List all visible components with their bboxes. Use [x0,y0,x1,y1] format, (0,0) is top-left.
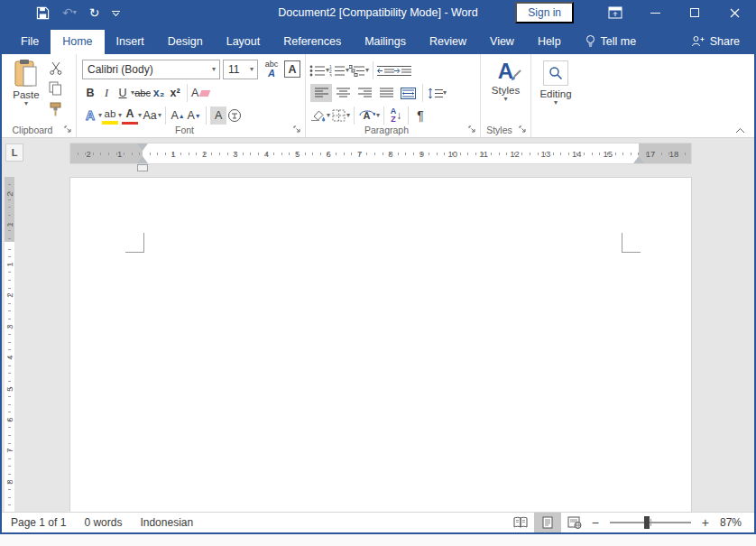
horizontal-ruler[interactable]: 21 123456789101112131415 1718 [69,143,692,164]
ruler-left-margin: 21 [70,143,143,163]
tab-mailings[interactable]: Mailings [353,30,418,54]
line-spacing-dropdown-arrow[interactable]: ▾ [443,89,447,97]
borders-icon[interactable] [330,106,346,125]
tab-view[interactable]: View [478,30,526,54]
line-spacing-icon[interactable] [427,84,443,102]
font-color-button[interactable]: A [122,106,138,125]
first-line-indent-marker[interactable] [137,143,148,151]
show-hide-pilcrow-button[interactable]: ¶ [412,106,429,125]
italic-button[interactable]: I [98,84,115,102]
redo-icon[interactable]: ↻ [89,6,100,19]
close-button[interactable] [715,0,754,25]
bold-button[interactable]: B [82,84,98,102]
tab-file[interactable]: File [9,30,51,54]
share-button[interactable]: Share [686,30,745,54]
multilevel-list-icon[interactable] [349,61,365,79]
numbering-icon[interactable]: 123 [329,61,346,79]
font-name-combobox[interactable]: Calibri (Body) ▾ [82,60,220,79]
font-size-combobox[interactable]: 11 ▾ [223,60,258,79]
language-indicator[interactable]: Indonesian [131,516,202,529]
text-effects-button[interactable]: A [82,106,98,125]
word-count[interactable]: 0 words [75,516,131,529]
left-indent-marker[interactable] [137,164,148,171]
superscript-button[interactable]: x² [167,84,183,102]
web-layout-icon[interactable] [561,513,588,532]
read-mode-icon[interactable] [507,513,534,532]
zoom-slider-handle[interactable] [644,516,650,529]
sign-in-button[interactable]: Sign in [515,2,574,23]
bullets-icon[interactable] [309,61,326,79]
highlight-color-button[interactable]: ab [102,106,118,125]
asian-layout-dropdown-arrow[interactable]: ▾ [376,112,380,119]
change-case-button[interactable]: Aa [142,106,158,125]
decrease-indent-icon[interactable] [377,61,394,79]
distribute-button[interactable] [397,84,419,102]
zoom-level[interactable]: 87% [713,516,754,529]
zoom-in-button[interactable]: + [698,515,713,530]
copy-icon[interactable] [49,81,63,96]
subscript-button[interactable]: x₂ [151,84,167,102]
undo-icon[interactable]: ↶▾ [62,6,77,19]
strikethrough-button[interactable]: abc [134,84,151,102]
tab-stop-selector[interactable]: L [5,143,23,162]
minimize-button[interactable] [635,0,675,25]
tab-home[interactable]: Home [51,30,104,54]
print-layout-icon[interactable] [534,513,561,532]
zoom-slider[interactable] [610,522,691,523]
ribbon-tab-row: File Home Insert Design Layout Reference… [2,25,754,54]
sort-icon[interactable]: AZ ↓ [388,106,404,125]
character-shading-button[interactable]: A [210,106,226,125]
enclose-characters-button[interactable] [226,106,243,125]
align-left-button[interactable] [310,84,332,102]
styles-dialog-launcher-icon[interactable] [519,125,528,134]
hanging-indent-marker[interactable] [137,156,148,163]
align-center-button[interactable] [332,84,354,102]
title-bar: ↶▾ ↻ Document2 [Compatibility Mode] - Wo… [2,0,754,25]
zoom-out-button[interactable]: − [588,515,603,530]
tab-review[interactable]: Review [418,30,478,54]
multilevel-dropdown-arrow[interactable]: ▾ [365,67,369,74]
clipboard-dialog-launcher-icon[interactable] [64,125,73,134]
document-page[interactable] [69,177,692,512]
format-painter-icon[interactable] [49,102,63,116]
phonetic-guide-icon[interactable]: abc A [263,60,280,79]
shading-bucket-icon[interactable] [310,106,327,125]
editing-button[interactable]: Editing ▾ [531,60,580,106]
clear-formatting-button[interactable]: A [191,84,209,102]
cut-icon[interactable] [49,61,63,75]
font-dialog-launcher-icon[interactable] [293,125,302,134]
shrink-font-button[interactable]: A▼ [186,106,202,125]
tab-references[interactable]: References [272,30,353,54]
page-indicator[interactable]: Page 1 of 1 [2,516,75,529]
maximize-button[interactable] [675,0,715,25]
tab-design[interactable]: Design [156,30,215,54]
font-name-value: Calibri (Body) [88,63,153,76]
tab-insert[interactable]: Insert [105,30,156,54]
ruler-number: 4 [2,353,25,363]
customize-qat-icon[interactable] [112,11,120,15]
ribbon-display-options-icon[interactable] [595,0,635,25]
ruler-number: 2 [2,190,25,199]
grow-font-button[interactable]: A▲ [170,106,186,125]
character-border-icon[interactable]: A [284,60,300,78]
tab-layout[interactable]: Layout [215,30,272,54]
vertical-ruler[interactable]: 21 12345678 [5,177,14,512]
paste-button[interactable]: Paste ▾ [7,59,45,125]
right-indent-marker[interactable] [633,156,644,163]
paragraph-dialog-launcher-icon[interactable] [468,125,477,134]
save-icon[interactable] [36,6,50,20]
collapse-ribbon-icon[interactable] [735,127,745,134]
borders-dropdown-arrow[interactable]: ▾ [346,112,350,119]
change-case-dropdown-arrow[interactable]: ▾ [158,112,161,119]
styles-button[interactable]: A Styles ▾ [481,60,530,103]
underline-button[interactable]: U [115,84,131,102]
asian-layout-icon[interactable]: A [358,106,376,125]
increase-indent-icon[interactable] [394,61,411,79]
tell-me-box[interactable]: Tell me [573,29,646,54]
vruler-text-area: 12345678 [5,242,14,512]
tab-help[interactable]: Help [526,30,573,54]
editing-dropdown-arrow: ▾ [554,99,558,106]
ruler-number: 1 [104,149,134,159]
align-right-button[interactable] [354,84,375,102]
justify-button[interactable] [375,84,397,102]
